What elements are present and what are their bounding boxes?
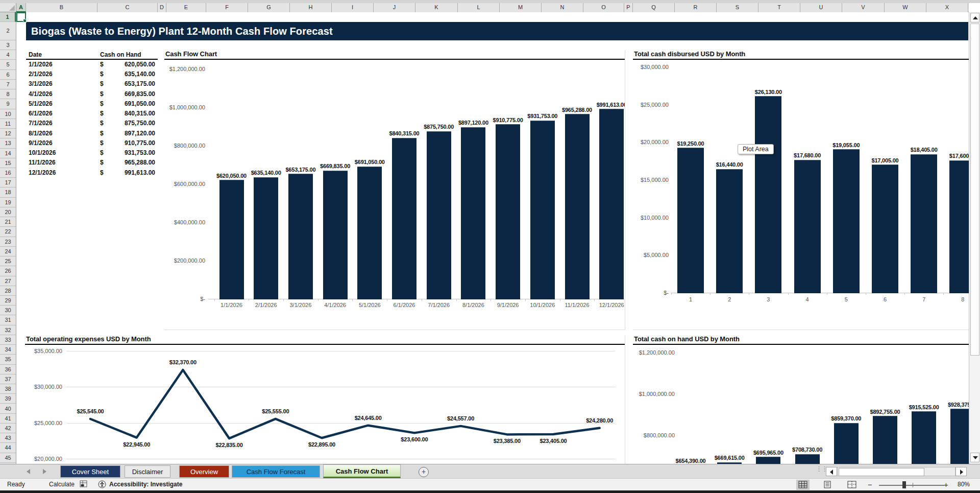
column-header-X[interactable]: X (926, 3, 968, 12)
row-header-37[interactable]: 37 (0, 374, 16, 384)
selected-cell-a1[interactable] (16, 12, 26, 22)
cell-date[interactable]: 10/1/2026 (29, 149, 56, 156)
cell-date[interactable]: 6/1/2026 (29, 110, 53, 117)
row-header-28[interactable]: 28 (0, 286, 16, 296)
cell-cash-value[interactable]: 875,750.00 (101, 120, 155, 127)
row-header-11[interactable]: 11 (0, 119, 16, 129)
row-header-3[interactable]: 3 (0, 40, 16, 50)
row-header-40[interactable]: 40 (0, 404, 16, 414)
page-break-view-button[interactable] (845, 480, 859, 490)
column-header-B[interactable]: B (26, 3, 97, 12)
cell-date[interactable]: 11/1/2026 (29, 159, 56, 166)
row-header-4[interactable]: 4 (0, 50, 16, 60)
cell-date[interactable]: 3/1/2026 (29, 80, 53, 87)
row-header-33[interactable]: 33 (0, 335, 16, 345)
vertical-scrollbar[interactable] (969, 12, 980, 464)
column-header-J[interactable]: J (374, 3, 415, 12)
row-header-35[interactable]: 35 (0, 355, 16, 364)
cell-cash-value[interactable]: 910,775.00 (101, 139, 155, 147)
row-header-16[interactable]: 16 (0, 168, 16, 178)
row-header-29[interactable]: 29 (0, 296, 16, 306)
cell-date[interactable]: 4/1/2026 (29, 90, 53, 98)
hscroll-right-button[interactable] (955, 467, 967, 476)
column-header-G[interactable]: G (248, 3, 290, 12)
normal-view-button[interactable] (796, 480, 810, 490)
column-header-O[interactable]: O (583, 3, 624, 12)
cell-date[interactable]: 7/1/2026 (29, 120, 53, 127)
row-header-10[interactable]: 10 (0, 109, 16, 119)
cell-date[interactable]: 12/1/2026 (29, 169, 56, 176)
page-layout-view-button[interactable] (821, 480, 834, 490)
row-header-19[interactable]: 19 (0, 198, 16, 207)
cell-cash-value[interactable]: 897,120.00 (101, 130, 155, 137)
row-header-27[interactable]: 27 (0, 276, 16, 286)
select-all-corner[interactable] (0, 3, 16, 12)
chart-cash-on-hand[interactable]: Total cash on hand USD by Month $1,200,0… (633, 335, 969, 464)
sheet-tab-cover-sheet[interactable]: Cover Sheet (60, 465, 120, 478)
column-header-K[interactable]: K (415, 3, 458, 12)
column-header-I[interactable]: I (332, 3, 374, 12)
cell-cash-value[interactable]: 840,315.00 (101, 110, 155, 117)
chart-cash-flow[interactable]: Cash Flow Chart $1,200,000.00$1,000,000.… (164, 50, 625, 330)
row-header-39[interactable]: 39 (0, 394, 16, 404)
hscroll-left-button[interactable] (826, 467, 837, 476)
row-header-15[interactable]: 15 (0, 158, 16, 168)
column-header-A[interactable]: A (16, 3, 26, 12)
cell-cash-value[interactable]: 635,140.00 (101, 71, 155, 78)
row-header-2[interactable]: 2 (0, 22, 16, 40)
cell-cash-value[interactable]: 669,835.00 (101, 90, 155, 98)
scroll-down-button[interactable] (970, 453, 979, 462)
cell-date[interactable]: 9/1/2026 (29, 139, 53, 147)
cell-cash-value[interactable]: 965,288.00 (101, 159, 155, 166)
fill-handle[interactable] (23, 19, 27, 22)
column-header-E[interactable]: E (166, 3, 206, 12)
row-header-41[interactable]: 41 (0, 414, 16, 424)
row-header-38[interactable]: 38 (0, 384, 16, 394)
row-header-17[interactable]: 17 (0, 178, 16, 187)
column-header-D[interactable]: D (158, 3, 166, 12)
column-header-N[interactable]: N (542, 3, 583, 12)
row-header-8[interactable]: 8 (0, 89, 16, 99)
accessibility-status[interactable]: Accessibility: Investigate (109, 481, 182, 488)
row-header-36[interactable]: 36 (0, 365, 16, 374)
cell-date[interactable]: 1/1/2026 (29, 61, 53, 68)
horizontal-scroll-thumb[interactable] (839, 468, 924, 476)
chart-operating-expenses[interactable]: Total operating expenses USD by Month $3… (25, 335, 625, 464)
zoom-slider-track[interactable] (879, 485, 944, 486)
cell-cash-value[interactable]: 931,753.00 (101, 149, 155, 156)
row-header-25[interactable]: 25 (0, 256, 16, 266)
column-header-W[interactable]: W (885, 3, 926, 12)
row-header-34[interactable]: 34 (0, 345, 16, 355)
sheet-tab-overview[interactable]: Overview (179, 465, 229, 478)
chart-cash-disbursed[interactable]: Total cash disbursed USD by Month $30,00… (633, 50, 969, 330)
cell-cash-value[interactable]: 991,613.00 (101, 169, 155, 176)
row-header-45[interactable]: 45 (0, 453, 16, 463)
vertical-scroll-thumb[interactable] (970, 24, 979, 356)
row-header-30[interactable]: 30 (0, 306, 16, 315)
row-header-1[interactable]: 1 (0, 12, 16, 22)
row-header-21[interactable]: 21 (0, 217, 16, 227)
table-header-date[interactable]: Date (29, 51, 42, 58)
scroll-up-button[interactable] (970, 13, 979, 22)
row-header-14[interactable]: 14 (0, 149, 16, 158)
sheet-nav-next-icon[interactable] (43, 469, 46, 474)
sheet-tab-cash-flow-forecast[interactable]: Cash Flow Forecast (232, 465, 320, 478)
zoom-level[interactable]: 80% (958, 481, 970, 488)
column-header-F[interactable]: F (206, 3, 248, 12)
cell-cash-value[interactable]: 620,050.00 (101, 61, 155, 68)
column-header-H[interactable]: H (290, 3, 332, 12)
row-header-32[interactable]: 32 (0, 325, 16, 335)
zoom-slider-thumb[interactable] (902, 481, 906, 488)
row-header-5[interactable]: 5 (0, 60, 16, 69)
column-header-R[interactable]: R (675, 3, 717, 12)
column-header-C[interactable]: C (97, 3, 158, 12)
column-header-P[interactable]: P (624, 3, 633, 12)
row-header-42[interactable]: 42 (0, 424, 16, 433)
column-header-M[interactable]: M (500, 3, 542, 12)
row-header-13[interactable]: 13 (0, 138, 16, 148)
cell-cash-value[interactable]: 653,175.00 (101, 80, 155, 87)
column-header-V[interactable]: V (842, 3, 885, 12)
table-header-cash-on-hand[interactable]: Cash on Hand (100, 51, 141, 58)
tabbar-resize-handle[interactable]: ⋮⋮ (816, 466, 821, 472)
sheet-tab-disclaimer[interactable]: Disclaimer (125, 465, 170, 478)
